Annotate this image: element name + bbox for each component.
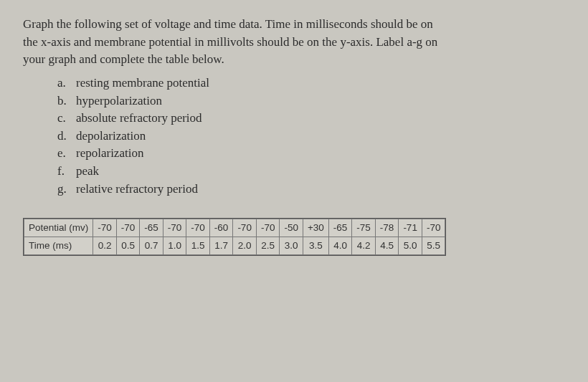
cell-time: 4.0 bbox=[328, 237, 352, 254]
list-text: depolarization bbox=[76, 128, 146, 145]
cell-time: 2.5 bbox=[256, 237, 280, 254]
cell-potential: +30 bbox=[303, 219, 328, 237]
list-marker: b. bbox=[57, 92, 67, 110]
instruction-line: the x-axis and membrane potential in mil… bbox=[23, 35, 437, 49]
cell-time: 5.0 bbox=[399, 237, 422, 254]
instruction-line: your graph and complete the table below. bbox=[23, 52, 224, 66]
instruction-line: Graph the following set of voltage and t… bbox=[23, 17, 433, 31]
list-item: e. repolarization bbox=[57, 145, 565, 163]
cell-potential: -70 bbox=[93, 219, 117, 237]
list-marker: a. bbox=[57, 75, 67, 92]
list-item: b. hyperpolarization bbox=[57, 92, 565, 110]
cell-time: 2.0 bbox=[233, 237, 257, 254]
list-text: relative refractory period bbox=[76, 181, 198, 199]
cell-time: 0.7 bbox=[140, 237, 163, 254]
cell-time: 1.7 bbox=[209, 237, 233, 254]
list-text: resting membrane potential bbox=[76, 75, 209, 92]
cell-potential: -70 bbox=[233, 219, 257, 237]
row-header-time: Time (ms) bbox=[24, 237, 93, 254]
cell-time: 0.5 bbox=[116, 237, 140, 254]
list-item: d. depolarization bbox=[57, 128, 565, 145]
cell-time: 3.5 bbox=[303, 237, 328, 254]
cell-time: 3.0 bbox=[280, 237, 303, 254]
table-row: Potential (mv) -70 -70 -65 -70 -70 -60 -… bbox=[24, 219, 445, 237]
ordered-list: a. resting membrane potential b. hyperpo… bbox=[57, 75, 565, 198]
cell-time: 4.2 bbox=[352, 237, 376, 254]
list-text: hyperpolarization bbox=[76, 92, 162, 110]
list-item: g. relative refractory period bbox=[57, 181, 565, 199]
list-marker: g. bbox=[57, 181, 67, 199]
list-text: peak bbox=[76, 163, 99, 181]
table-row: Time (ms) 0.2 0.5 0.7 1.0 1.5 1.7 2.0 2.… bbox=[24, 237, 445, 254]
list-marker: d. bbox=[57, 128, 67, 145]
list-text: absolute refractory period bbox=[76, 110, 202, 128]
list-marker: c. bbox=[57, 110, 67, 128]
list-marker: e. bbox=[57, 145, 67, 163]
cell-potential: -70 bbox=[186, 219, 210, 237]
cell-potential: -65 bbox=[328, 219, 352, 237]
cell-time: 0.2 bbox=[93, 237, 117, 254]
page-content: Graph the following set of voltage and t… bbox=[23, 16, 565, 261]
data-table: Potential (mv) -70 -70 -65 -70 -70 -60 -… bbox=[24, 219, 445, 254]
cell-time: 1.0 bbox=[163, 237, 186, 254]
list-item: a. resting membrane potential bbox=[57, 75, 565, 92]
list-item: f. peak bbox=[57, 163, 565, 181]
cell-potential: -70 bbox=[163, 219, 186, 237]
cell-time: 5.5 bbox=[422, 237, 445, 254]
cell-time: 1.5 bbox=[186, 237, 210, 254]
cell-potential: -70 bbox=[116, 219, 140, 237]
row-header-potential: Potential (mv) bbox=[24, 219, 93, 237]
cell-potential: -70 bbox=[256, 219, 280, 237]
instruction-paragraph: Graph the following set of voltage and t… bbox=[23, 16, 565, 69]
list-text: repolarization bbox=[76, 145, 143, 163]
cell-potential: -75 bbox=[352, 219, 376, 237]
cell-potential: -65 bbox=[140, 219, 163, 237]
list-marker: f. bbox=[57, 163, 67, 181]
list-item: c. absolute refractory period bbox=[57, 110, 565, 128]
cell-potential: -70 bbox=[422, 219, 445, 237]
cell-potential: -50 bbox=[280, 219, 303, 237]
data-table-wrap: Potential (mv) -70 -70 -65 -70 -70 -60 -… bbox=[23, 218, 446, 255]
cell-potential: -71 bbox=[399, 219, 422, 237]
cell-time: 4.5 bbox=[375, 237, 399, 254]
cell-potential: -60 bbox=[209, 219, 233, 237]
cell-potential: -78 bbox=[375, 219, 399, 237]
